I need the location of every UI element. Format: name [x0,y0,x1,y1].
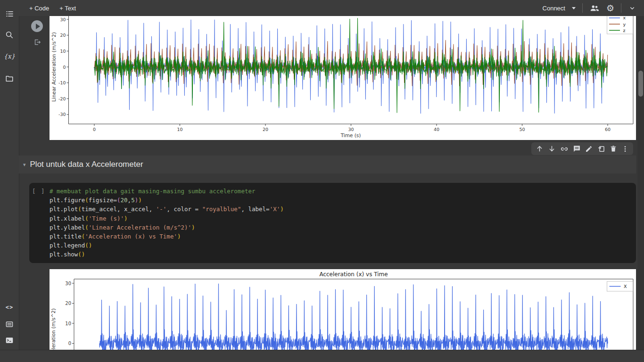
svg-text:40: 40 [434,127,439,132]
notebook-toolbar: + Code + Text Connect ⚙ [19,0,644,16]
svg-text:Time (s): Time (s) [340,132,361,138]
svg-text:Linear Acceleration (m/s^2): Linear Acceleration (m/s^2) [51,32,57,101]
variables-icon[interactable]: {x} [0,53,19,60]
section-heading: Plot untuk data x Accelerometer [30,160,143,169]
run-cell-button[interactable] [31,20,43,32]
add-comment-icon[interactable] [573,145,581,153]
accel-x-plot: Acceleration (x) vs Time3020100Linear Ac… [50,269,636,350]
svg-text:0: 0 [93,127,96,132]
more-vert-icon[interactable] [621,145,629,153]
code-line: plt.show() [50,250,625,259]
move-cell-down-icon[interactable] [548,145,556,153]
left-sidebar: {x} <> [0,0,19,350]
svg-text:-20: -20 [58,96,66,101]
svg-text:0: 0 [63,65,66,70]
svg-text:z: z [623,28,626,33]
connect-label: Connect [543,5,565,12]
svg-text:10: 10 [60,49,66,54]
svg-text:Acceleration (x) vs Time: Acceleration (x) vs Time [319,271,388,278]
editor-panel-icon[interactable] [0,321,19,328]
delete-cell-icon[interactable] [610,145,617,153]
add-code-label: + Code [29,5,49,12]
markdown-section-header[interactable]: ▾ Plot untuk data x Accelerometer [19,156,636,173]
svg-text:60: 60 [605,127,611,132]
toolbar-divider [621,3,621,13]
svg-text:y: y [623,22,626,27]
add-text-label: + Text [59,5,76,12]
svg-text:20: 20 [65,301,71,306]
collapse-triangle-icon[interactable]: ▾ [23,162,26,168]
code-line: plt.title('Acceleration (x) vs Time') [50,232,625,241]
code-line: plt.figure(figsize=(20,5)) [50,196,625,205]
svg-text:Linear Acceleration (m/s^2): Linear Acceleration (m/s^2) [50,308,56,350]
code-editor[interactable]: # membuat plot data gait masing-masing s… [50,187,625,259]
svg-text:-30: -30 [58,112,66,117]
copy-cell-icon[interactable] [597,145,605,153]
cell-toolbar [531,142,633,155]
search-icon[interactable] [0,31,19,39]
code-snippets-icon[interactable]: <> [0,304,19,311]
play-icon [36,24,40,29]
svg-text:30: 30 [60,17,66,22]
vertical-scrollbar-thumb[interactable] [638,71,643,97]
code-line: plt.ylabel('Linear Acceleration (m/s^2)'… [50,223,625,232]
svg-text:10: 10 [65,321,71,326]
add-text-button[interactable]: + Text [59,5,76,12]
share-people-icon[interactable] [589,4,600,12]
code-line: plt.xlabel('Time (s)') [50,214,625,223]
svg-text:x: x [623,16,626,20]
bottom-panel-bar [0,350,644,362]
terminal-icon[interactable] [0,337,19,344]
execution-indicator[interactable]: [ ] [32,188,46,195]
svg-text:20: 20 [263,127,268,132]
svg-text:20: 20 [60,33,66,38]
move-cell-up-icon[interactable] [536,145,544,153]
files-icon[interactable] [0,74,19,83]
edit-icon[interactable] [585,145,593,153]
svg-text:10: 10 [177,127,182,132]
gear-icon[interactable]: ⚙ [606,3,614,14]
svg-text:50: 50 [519,127,525,132]
connect-dropdown-icon [572,7,576,9]
table-of-contents-icon[interactable] [0,9,19,18]
svg-text:-10: -10 [58,80,66,85]
code-line: plt.plot(time_accel, x_accel, '-', color… [50,205,625,214]
svg-text:X: X [624,284,627,289]
vertical-scrollbar-track [637,16,644,350]
collapse-header-chevron-icon[interactable] [628,4,636,12]
link-to-cell-icon[interactable] [560,145,569,153]
accel-xyz-plot: 3020100-10-20-300102030405060Time (s)Lin… [50,16,636,140]
add-code-button[interactable]: + Code [29,5,49,12]
svg-text:30: 30 [348,127,354,132]
toolbar-divider [582,3,583,13]
svg-text:30: 30 [65,281,71,286]
connect-button[interactable]: Connect [543,5,576,12]
code-line: plt.legend() [50,241,625,250]
cell-output-icon[interactable] [33,38,41,46]
code-line: # membuat plot data gait masing-masing s… [50,187,625,196]
svg-text:0: 0 [68,341,71,346]
